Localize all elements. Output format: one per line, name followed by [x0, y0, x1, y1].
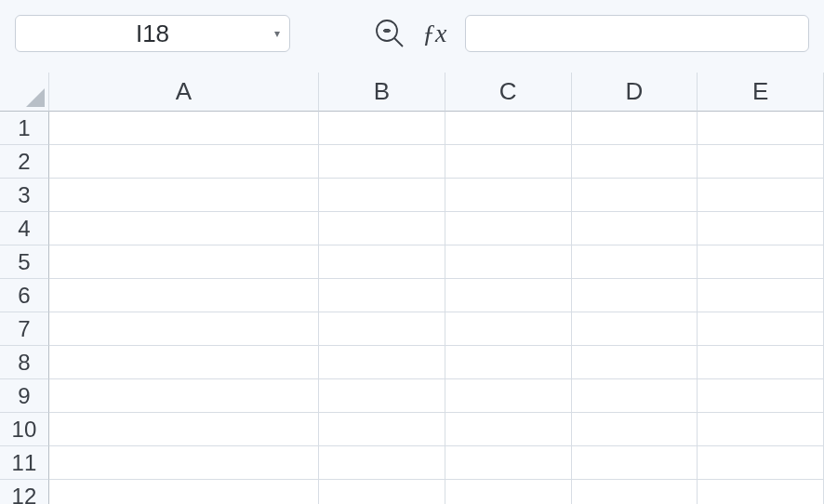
cell-E10[interactable]	[698, 413, 824, 446]
zoom-search-icon[interactable]: =	[374, 18, 405, 49]
name-box[interactable]: ▾	[15, 15, 290, 52]
cell-C6[interactable]	[445, 279, 572, 312]
cell-D11[interactable]	[572, 446, 698, 480]
cell-A7[interactable]	[49, 312, 319, 346]
cell-A2[interactable]	[49, 145, 319, 179]
row-header-8[interactable]: 8	[0, 346, 49, 379]
column-header-C[interactable]: C	[445, 73, 572, 112]
cell-D7[interactable]	[572, 312, 698, 346]
svg-marker-5	[26, 88, 45, 107]
table-row: 4	[0, 212, 824, 245]
cell-D3[interactable]	[572, 179, 698, 212]
formula-bar[interactable]	[465, 15, 809, 52]
cell-D6[interactable]	[572, 279, 698, 312]
cell-D8[interactable]	[572, 346, 698, 379]
cell-E8[interactable]	[698, 346, 824, 379]
row-header-3[interactable]: 3	[0, 179, 49, 212]
row-header-12[interactable]: 12	[0, 480, 49, 504]
cell-B3[interactable]	[319, 179, 445, 212]
row-header-11[interactable]: 11	[0, 446, 49, 480]
cell-A4[interactable]	[49, 212, 319, 245]
cell-D9[interactable]	[572, 379, 698, 413]
row-header-1[interactable]: 1	[0, 112, 49, 145]
svg-text:=: =	[384, 25, 390, 36]
cell-D12[interactable]	[572, 480, 698, 504]
cell-C10[interactable]	[445, 413, 572, 446]
cell-D5[interactable]	[572, 245, 698, 279]
cell-A12[interactable]	[49, 480, 319, 504]
cell-E3[interactable]	[698, 179, 824, 212]
cell-A1[interactable]	[49, 112, 319, 145]
row-header-5[interactable]: 5	[0, 245, 49, 279]
cell-B2[interactable]	[319, 145, 445, 179]
cell-E9[interactable]	[698, 379, 824, 413]
cell-C1[interactable]	[445, 112, 572, 145]
cell-E1[interactable]	[698, 112, 824, 145]
formula-toolbar: ▾ = ƒx	[0, 0, 824, 73]
cell-E12[interactable]	[698, 480, 824, 504]
cell-B1[interactable]	[319, 112, 445, 145]
cell-C4[interactable]	[445, 212, 572, 245]
cell-A3[interactable]	[49, 179, 319, 212]
row-header-2[interactable]: 2	[0, 145, 49, 179]
cell-C12[interactable]	[445, 480, 572, 504]
table-row: 5	[0, 245, 824, 279]
cell-E7[interactable]	[698, 312, 824, 346]
cell-B12[interactable]	[319, 480, 445, 504]
column-header-D[interactable]: D	[572, 73, 698, 112]
cell-B10[interactable]	[319, 413, 445, 446]
svg-line-1	[394, 38, 403, 46]
cell-C9[interactable]	[445, 379, 572, 413]
cell-B11[interactable]	[319, 446, 445, 480]
cell-A10[interactable]	[49, 413, 319, 446]
row-header-4[interactable]: 4	[0, 212, 49, 245]
cell-E2[interactable]	[698, 145, 824, 179]
cell-B6[interactable]	[319, 279, 445, 312]
cell-C5[interactable]	[445, 245, 572, 279]
fx-function-icon[interactable]: ƒx	[422, 19, 446, 48]
name-box-input[interactable]	[16, 16, 289, 51]
row-header-7[interactable]: 7	[0, 312, 49, 346]
formula-bar-input[interactable]	[466, 16, 808, 51]
cell-C11[interactable]	[445, 446, 572, 480]
table-row: 8	[0, 346, 824, 379]
cell-C7[interactable]	[445, 312, 572, 346]
name-box-dropdown-icon[interactable]: ▾	[274, 27, 280, 40]
cell-B4[interactable]	[319, 212, 445, 245]
cell-B9[interactable]	[319, 379, 445, 413]
column-header-E[interactable]: E	[698, 73, 824, 112]
row-header-6[interactable]: 6	[0, 279, 49, 312]
table-row: 9	[0, 379, 824, 413]
spreadsheet-grid: ABCDE 123456789101112	[0, 73, 824, 504]
table-row: 6	[0, 279, 824, 312]
table-row: 2	[0, 145, 824, 179]
cell-B5[interactable]	[319, 245, 445, 279]
select-all-corner[interactable]	[0, 73, 49, 112]
cell-B8[interactable]	[319, 346, 445, 379]
cell-C2[interactable]	[445, 145, 572, 179]
column-header-A[interactable]: A	[49, 73, 319, 112]
row-header-10[interactable]: 10	[0, 413, 49, 446]
cell-D4[interactable]	[572, 212, 698, 245]
table-row: 11	[0, 446, 824, 480]
cell-E11[interactable]	[698, 446, 824, 480]
grid-body: 123456789101112	[0, 112, 824, 504]
cell-C3[interactable]	[445, 179, 572, 212]
row-header-9[interactable]: 9	[0, 379, 49, 413]
table-row: 1	[0, 112, 824, 145]
cell-E4[interactable]	[698, 212, 824, 245]
cell-B7[interactable]	[319, 312, 445, 346]
cell-D10[interactable]	[572, 413, 698, 446]
cell-D2[interactable]	[572, 145, 698, 179]
cell-A11[interactable]	[49, 446, 319, 480]
cell-A6[interactable]	[49, 279, 319, 312]
cell-D1[interactable]	[572, 112, 698, 145]
cell-E6[interactable]	[698, 279, 824, 312]
cell-A9[interactable]	[49, 379, 319, 413]
cell-E5[interactable]	[698, 245, 824, 279]
cell-C8[interactable]	[445, 346, 572, 379]
cell-A8[interactable]	[49, 346, 319, 379]
table-row: 7	[0, 312, 824, 346]
cell-A5[interactable]	[49, 245, 319, 279]
column-header-B[interactable]: B	[319, 73, 445, 112]
